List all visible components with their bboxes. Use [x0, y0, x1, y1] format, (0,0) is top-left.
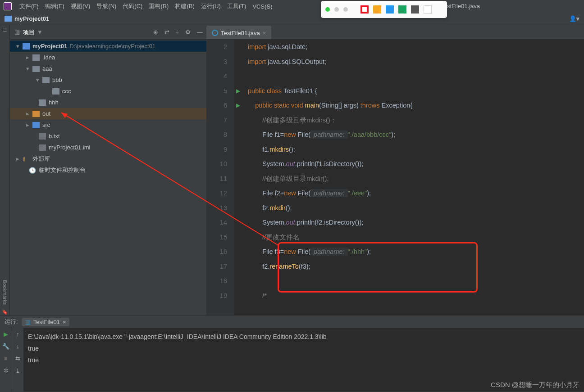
run-left-tools-2: ↑ ↓ ⇆ ⤓ — [12, 328, 23, 392]
menu-file[interactable]: 文件(F) — [16, 0, 42, 13]
project-tree[interactable]: ▾myProject01D:\javalearningcode\myProjec… — [10, 40, 206, 315]
structure-icon[interactable]: ☰ — [3, 27, 7, 33]
swatch-orange[interactable] — [373, 5, 381, 14]
run-tab[interactable]: ▥ TestFile01 × — [22, 318, 70, 326]
run-header: 运行: ▥ TestFile01 × — [0, 315, 584, 328]
run-label: 运行: — [5, 318, 18, 326]
wrench-icon[interactable]: 🔧 — [2, 343, 9, 350]
run-gutter-icon-2[interactable]: ▶ — [236, 98, 244, 113]
run-left-tools: ▶ 🔧 ■ ✲ — [0, 328, 12, 392]
tree-src[interactable]: ▸src — [10, 119, 206, 131]
code-body[interactable]: import import java.sql.Date;java.sql.Dat… — [234, 40, 412, 315]
up-icon[interactable]: ↑ — [16, 331, 19, 338]
user-icon[interactable]: 👤▾ — [569, 15, 579, 22]
menu-edit[interactable]: 编辑(E) — [42, 0, 68, 13]
dot-green — [325, 7, 330, 12]
sidebar-title[interactable]: 项目 — [23, 28, 35, 36]
run-icon[interactable]: ▶ — [4, 331, 8, 338]
line-gutter: 234 567 8910 111213 141516 171819 — [206, 40, 234, 315]
project-view-icon[interactable]: ▥ — [14, 29, 21, 36]
collapse-icon[interactable]: ⇄ — [164, 29, 169, 36]
bg-tab-name: stFile01.java — [447, 3, 480, 9]
project-sidebar: ▥ 项目 ▼ ⊕ ⇄ ÷ ⚙ — ▾myProject01D:\javalear… — [10, 25, 206, 315]
overlay-toolbar — [321, 1, 447, 18]
menu-bar: 文件(F) 编辑(E) 视图(V) 导航(N) 代码(C) 重构(R) 构建(B… — [0, 0, 584, 13]
sidebar-tools: ⊕ ⇄ ÷ ⚙ — — [153, 29, 203, 36]
close-icon[interactable]: × — [263, 30, 266, 36]
gear-icon[interactable]: ⚙ — [185, 29, 191, 36]
breadcrumb-bar: myProject01 👤▾ — [0, 13, 584, 25]
export-icon[interactable]: ⤓ — [15, 367, 20, 374]
sidebar-dropdown-icon[interactable]: ▼ — [37, 29, 43, 36]
hide-icon[interactable]: — — [197, 29, 203, 36]
menu-refactor[interactable]: 重构(R) — [146, 0, 172, 13]
divide-icon[interactable]: ÷ — [176, 29, 179, 36]
gutter-icons: ▶ ▶ — [236, 40, 244, 113]
tree-hhh[interactable]: hhh — [10, 97, 206, 108]
tab-label: TestFile01.java — [221, 30, 260, 36]
swatch-dark[interactable] — [411, 5, 419, 14]
wrap-icon[interactable]: ⇆ — [15, 355, 20, 362]
swatch-green[interactable] — [398, 5, 406, 14]
run-gutter-icon[interactable]: ▶ — [236, 84, 244, 99]
editor-tab[interactable]: TestFile01.java × — [206, 26, 271, 39]
sidebar-header: ▥ 项目 ▼ ⊕ ⇄ ÷ ⚙ — — [10, 25, 206, 40]
run-tab-label: TestFile01 — [33, 319, 60, 325]
menu-build[interactable]: 构建(B) — [172, 0, 197, 13]
tree-iml[interactable]: myProject01.iml — [10, 142, 206, 153]
left-toolwindow-bar: ☰ Bookmarks 🔖 — [0, 25, 10, 315]
editor-pane: TestFile01.java × 234 567 8910 111213 14… — [206, 25, 584, 315]
editor-tabbar: TestFile01.java × — [206, 25, 584, 40]
close-icon[interactable]: × — [63, 319, 66, 325]
tree-aaa[interactable]: ▾aaa — [10, 63, 206, 74]
tree-out[interactable]: ▸out — [10, 108, 206, 119]
run-panel: 运行: ▥ TestFile01 × ▶ 🔧 ■ ✲ ↑ ↓ ⇆ ⤓ E:\Ja… — [0, 315, 584, 392]
menu-view[interactable]: 视图(V) — [68, 0, 93, 13]
dot-grey1 — [334, 7, 339, 12]
tree-scratch[interactable]: 🕓临时文件和控制台 — [10, 164, 206, 176]
dot-grey2 — [343, 7, 348, 12]
swatch-red[interactable] — [360, 5, 369, 14]
menu-vcs[interactable]: VCS(S) — [249, 0, 275, 13]
tree-ccc[interactable]: ccc — [10, 86, 206, 97]
code-area[interactable]: 234 567 8910 111213 141516 171819 ▶ ▶ im… — [206, 40, 584, 315]
menu-run[interactable]: 运行(U) — [198, 0, 224, 13]
bookmarks-label[interactable]: Bookmarks — [2, 280, 8, 305]
tree-btxt[interactable]: b.txt — [10, 131, 206, 142]
locate-icon[interactable]: ⊕ — [153, 29, 158, 36]
swatch-blue[interactable] — [386, 5, 394, 14]
app-logo — [4, 2, 12, 10]
tree-idea[interactable]: ▸.idea — [10, 52, 206, 63]
menu-nav[interactable]: 导航(N) — [93, 0, 119, 13]
stop-icon[interactable]: ■ — [4, 355, 8, 362]
menu-code[interactable]: 代码(C) — [119, 0, 146, 13]
project-name[interactable]: myProject01 — [14, 15, 49, 22]
menu-tools[interactable]: 工具(T) — [224, 0, 250, 13]
java-class-icon — [212, 30, 218, 36]
down-icon[interactable]: ↓ — [16, 343, 19, 350]
settings-icon[interactable]: ✲ — [4, 367, 9, 374]
swatch-white[interactable] — [424, 5, 432, 14]
tree-root[interactable]: ▾myProject01D:\javalearningcode\myProjec… — [10, 41, 206, 52]
tree-bbb[interactable]: ▾bbb — [10, 74, 206, 86]
tree-extlib[interactable]: ▸⫴外部库 — [10, 153, 206, 164]
bookmark-icon[interactable]: 🔖 — [2, 309, 8, 315]
project-icon — [5, 16, 12, 22]
watermark: CSDN @想睡一万年的小月牙 — [491, 381, 579, 389]
